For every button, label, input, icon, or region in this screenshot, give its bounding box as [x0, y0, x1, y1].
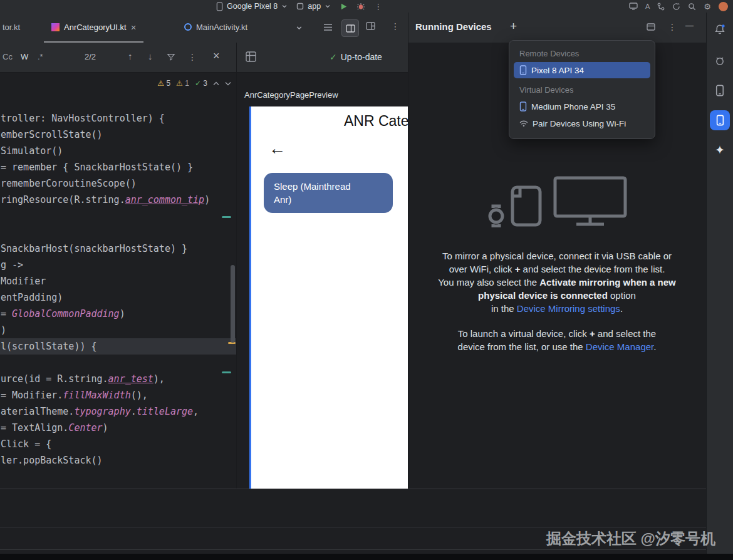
filter-icon[interactable] — [167, 53, 175, 61]
popup-item-pixel-8-api-34[interactable]: Pixel 8 API 34 — [514, 62, 650, 78]
open-new-window-icon[interactable] — [647, 23, 656, 31]
app-module-icon — [296, 3, 304, 10]
vcs-branch-icon[interactable] — [657, 3, 665, 11]
run-button[interactable] — [340, 3, 348, 11]
sleep-anr-button[interactable]: Sleep (Mainthread Anr) — [264, 173, 393, 213]
device-label: Pixel 8 API 34 — [531, 66, 584, 75]
text-segment: Modifier — [1, 276, 46, 287]
close-find-icon[interactable]: × — [213, 49, 220, 63]
settings-gear-icon[interactable]: ⚙ — [704, 2, 711, 11]
device-selector-label: Google Pixel 8 — [227, 2, 278, 11]
text-segment: To launch a virtual device, click — [458, 328, 590, 339]
tab-list-chevron-icon[interactable] — [296, 24, 303, 31]
device-manager-icon[interactable] — [715, 85, 724, 96]
text-segment: . — [131, 406, 137, 417]
preview-grid-icon[interactable] — [246, 51, 256, 62]
editor-more-icon[interactable]: ⋮ — [391, 21, 400, 31]
search-icon[interactable] — [688, 3, 696, 11]
text-segment: urce(id = R.string. — [1, 373, 108, 385]
kotlin-file-icon — [51, 23, 60, 31]
gemini-sparkle-icon[interactable]: ✦ — [715, 143, 725, 157]
text-segment: ) — [103, 422, 108, 433]
notifications-bell-icon[interactable] — [714, 24, 725, 35]
popup-item-medium-phone-api-35[interactable]: Medium Phone API 35 — [514, 98, 650, 115]
preview-name-label[interactable]: AnrCategoryPagePreview — [244, 90, 338, 100]
main-toolbar: Google Pixel 8 app ⋮ A ⚙ — [0, 0, 733, 13]
add-device-button[interactable]: + — [510, 19, 517, 33]
close-tab-icon[interactable]: × — [131, 23, 137, 31]
match-case-toggle[interactable]: Cc — [3, 52, 13, 61]
inspections-widget[interactable]: ⚠ 5 ⚠ 1 ✓ 3 — [157, 79, 231, 88]
text-segment: SnackbarHost(snackbarHostState) } — [1, 243, 187, 254]
text-segment: GlobalCommonPadding — [12, 308, 120, 319]
editor-scrollbar[interactable] — [231, 265, 235, 343]
text-segment: aterialTheme. — [1, 406, 74, 417]
text-segment: titleLarge — [137, 406, 193, 417]
passed-count: 3 — [203, 79, 207, 88]
code-line: SnackbarHost(snackbarHostState) } — [0, 241, 236, 257]
text-segment: fillMaxWidth — [63, 390, 130, 401]
code-line: ) — [0, 322, 236, 338]
sync-icon[interactable] — [672, 3, 680, 11]
phone-icon — [519, 101, 527, 111]
minimize-panel-icon[interactable]: — — [685, 21, 694, 30]
inline-link[interactable]: Device Mirroring settings — [517, 303, 620, 314]
text-segment: . — [653, 341, 656, 352]
tab-mainactivity[interactable]: MainActivity.kt — [177, 13, 255, 41]
structure-view-icon[interactable] — [323, 23, 333, 31]
device-selector[interactable]: Google Pixel 8 — [216, 2, 288, 11]
prev-problem-icon[interactable] — [213, 81, 219, 86]
avatar[interactable] — [719, 2, 728, 11]
text-segment: ) — [204, 194, 210, 205]
code-line: emberScrollState() — [0, 127, 236, 143]
partial-tab[interactable]: tor.kt — [3, 23, 20, 32]
text-segment: = — [1, 308, 12, 319]
next-occurrence-icon[interactable]: ↓ — [148, 51, 153, 61]
change-marker — [222, 371, 231, 373]
more-actions-icon[interactable]: ⋮ — [374, 2, 382, 11]
translate-icon[interactable]: A — [645, 3, 650, 10]
run-toolbar: Google Pixel 8 app ⋮ — [216, 0, 382, 13]
popup-item-pair-devices-wifi[interactable]: Pair Devices Using Wi-Fi — [514, 115, 650, 132]
text-segment: l(scrollState)) { — [1, 341, 97, 352]
device-label: Medium Phone API 35 — [531, 102, 615, 111]
text-segment: ) — [120, 308, 125, 319]
split-editor-icon[interactable] — [341, 19, 359, 37]
text-segment: typography — [74, 406, 130, 417]
text-segment: You may also select the — [438, 277, 539, 288]
text-segment: Center — [68, 422, 102, 433]
devices-illustration — [485, 176, 629, 227]
panel-more-icon[interactable]: ⋮ — [668, 22, 677, 32]
text-segment: , — [193, 406, 199, 417]
inline-link[interactable]: Device Manager — [586, 341, 653, 352]
find-bar: Cc W .* 2/2 ↑ ↓ ⋮ × — [0, 43, 236, 73]
preview-layout-icon[interactable] — [366, 22, 375, 30]
find-more-icon[interactable]: ⋮ — [188, 52, 197, 62]
previous-occurrence-icon[interactable]: ↑ — [128, 51, 133, 61]
code-editor-pane: Cc W .* 2/2 ↑ ↓ ⋮ × ⚠ 5 ⚠ 1 ✓ 3 troller:… — [0, 43, 237, 489]
preview-screen-title: ANR Cate — [344, 113, 408, 130]
back-arrow-icon[interactable]: ← — [269, 139, 286, 158]
text-segment: Simulator() — [1, 145, 63, 157]
text-segment: ringResource(R.string. — [1, 194, 125, 205]
run-config-selector[interactable]: app — [296, 2, 331, 11]
code-area[interactable]: troller: NavHostController) {emberScroll… — [0, 110, 236, 469]
device-mirror-icon[interactable] — [629, 3, 638, 10]
build-status: ✓ Up-to-date — [330, 52, 382, 62]
code-line: aterialTheme.typography.titleLarge, — [0, 403, 236, 420]
tab-anrcategoryui[interactable]: AnrCategoryUI.kt × — [44, 13, 143, 43]
preview-canvas[interactable]: ANR Cate ← Sleep (Mainthread Anr) — [249, 106, 408, 489]
code-line: g -> — [0, 257, 236, 273]
phone-icon — [216, 2, 223, 11]
text-segment: Activate mirroring when a new — [539, 277, 676, 288]
text-segment: device from the list, or use the — [458, 341, 586, 352]
help-text-line: To mirror a physical device, connect it … — [413, 249, 700, 262]
text-segment: physical device is connected — [478, 290, 608, 301]
next-problem-icon[interactable] — [225, 81, 231, 86]
whole-words-toggle[interactable]: W — [21, 52, 28, 61]
running-devices-icon[interactable] — [710, 110, 730, 130]
virtual-devices-header: Virtual Devices — [509, 83, 655, 98]
debug-button[interactable] — [356, 2, 365, 11]
regex-toggle[interactable]: .* — [38, 52, 43, 61]
logcat-icon[interactable] — [714, 55, 725, 66]
